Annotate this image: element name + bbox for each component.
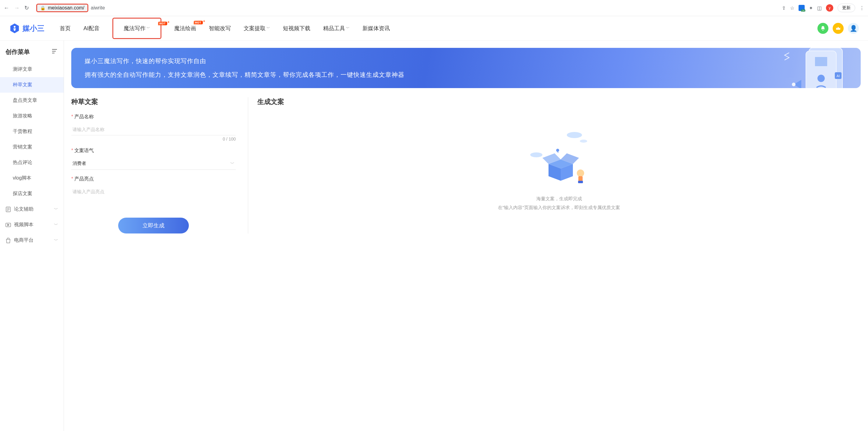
logo-text: 媒小三	[23, 24, 44, 33]
form-panel: 种草文案 *产品名称 0 / 100 *文案语气 消费者 ﹀ *产品亮点	[71, 97, 236, 233]
main-content: 媒小三魔法写作，快速的帮你实现写作自由 拥有强大的全自动写作能力，支持文章润色，…	[64, 40, 868, 431]
chevron-down-icon: ﹀	[54, 238, 58, 243]
menu-dots-icon[interactable]: ⋮	[860, 5, 864, 11]
sidebar: 创作菜单 测评文章 种草文案 盘点类文章 旅游攻略 干货教程 营销文案 热点评论…	[0, 40, 64, 431]
hot-badge: HOT	[158, 22, 167, 25]
sidebar-item-recommend[interactable]: 种草文案	[0, 77, 64, 93]
form-title: 种草文案	[71, 97, 236, 106]
product-name-label: *产品名称	[71, 114, 236, 120]
document-icon	[5, 207, 11, 212]
sidebar-group-ecommerce[interactable]: 电商平台 ﹀	[0, 233, 64, 248]
sidebar-group-thesis[interactable]: 论文辅助 ﹀	[0, 201, 64, 217]
highlight-textarea[interactable]	[71, 186, 236, 204]
svg-rect-11	[815, 57, 827, 66]
nav-magic-write[interactable]: 魔法写作﹀ HOT	[113, 18, 161, 39]
user-avatar[interactable]: 👤	[848, 23, 859, 34]
empty-text-2: 在"输入内容"页面输入你的文案诉求，即刻生成专属优质文案	[264, 205, 855, 211]
notification-button[interactable]	[817, 23, 828, 34]
sidebar-item-travel[interactable]: 旅游攻略	[0, 108, 64, 124]
sidebar-item-tutorial[interactable]: 干货教程	[0, 124, 64, 139]
hero-banner: 媒小三魔法写作，快速的帮你实现写作自由 拥有强大的全自动写作能力，支持文章润色，…	[71, 48, 861, 88]
browser-profile[interactable]: y	[826, 4, 833, 11]
highlight-label: *产品亮点	[71, 176, 236, 182]
lock-icon: 🔒	[40, 5, 45, 10]
svg-point-12	[792, 83, 796, 86]
svg-rect-9	[806, 51, 836, 88]
svg-point-10	[817, 75, 825, 82]
banner-title: 媒小三魔法写作，快速的帮你实现写作自由	[85, 57, 847, 65]
sidebar-item-marketing[interactable]: 营销文案	[0, 139, 64, 155]
browser-toolbar: ← → ↻ 🔒 meixiaosan.com/ aiwrite ⇪ ☆ ✦ ◫ …	[0, 0, 868, 16]
nav-extract[interactable]: 文案提取﹀	[244, 18, 270, 39]
browser-back[interactable]: ←	[4, 5, 9, 11]
share-icon[interactable]: ⇪	[782, 5, 786, 11]
sidebar-item-vlog[interactable]: vlog脚本	[0, 170, 64, 186]
nav-news[interactable]: 新媒体资讯	[363, 18, 390, 39]
chevron-down-icon: ﹀	[267, 26, 270, 31]
logo[interactable]: 媒小三	[9, 23, 44, 34]
extension-icon[interactable]	[799, 5, 805, 11]
sidebar-item-list[interactable]: 盘点类文章	[0, 93, 64, 108]
generate-button[interactable]: 立即生成	[118, 218, 189, 233]
chevron-down-icon: ﹀	[54, 222, 58, 228]
logo-icon	[9, 23, 20, 34]
nav-video-download[interactable]: 短视频下载	[283, 18, 310, 39]
bell-icon	[820, 26, 826, 31]
svg-point-17	[567, 132, 582, 138]
empty-state-graphic	[520, 126, 599, 187]
tone-select[interactable]: 消费者 ﹀	[71, 157, 236, 170]
sidebar-item-review[interactable]: 测评文章	[0, 62, 64, 77]
bookmark-icon[interactable]: ☆	[790, 5, 794, 11]
chevron-down-icon: ﹀	[54, 207, 58, 212]
nav-ai-voice[interactable]: AI配音	[84, 18, 100, 39]
update-button[interactable]: 更新	[838, 4, 855, 12]
tone-label: *文案语气	[71, 147, 236, 154]
nav-magic-paint[interactable]: 魔法绘画 HOT	[174, 18, 196, 39]
svg-point-18	[580, 140, 587, 143]
output-title: 生成文案	[257, 97, 861, 106]
nav-tools[interactable]: 精品工具﹀	[323, 18, 350, 39]
svg-text:AI: AI	[837, 74, 840, 78]
chevron-down-icon: ﹀	[147, 26, 150, 31]
panel-icon[interactable]: ◫	[817, 5, 822, 11]
sidebar-title: 创作菜单	[5, 48, 30, 56]
sidebar-group-video[interactable]: 视频脚本 ﹀	[0, 217, 64, 233]
url-domain[interactable]: meixiaosan.com/	[48, 5, 84, 11]
main-nav: 首页 AI配音 魔法写作﹀ HOT 魔法绘画 HOT 智能改写 文案提取﹀ 短视…	[60, 18, 817, 39]
char-counter: 0 / 100	[71, 137, 236, 141]
nav-home[interactable]: 首页	[60, 18, 71, 39]
browser-forward[interactable]: →	[14, 5, 20, 11]
url-path[interactable]: aiwrite	[91, 5, 105, 11]
svg-point-15	[530, 152, 542, 157]
hot-badge: HOT	[194, 21, 203, 24]
nav-rewrite[interactable]: 智能改写	[209, 18, 231, 39]
sidebar-item-shop-visit[interactable]: 探店文案	[0, 186, 64, 201]
browser-reload[interactable]: ↻	[24, 5, 29, 11]
product-name-input[interactable]	[71, 124, 236, 135]
sidebar-item-hot-comment[interactable]: 热点评论	[0, 155, 64, 170]
url-highlight-box: 🔒 meixiaosan.com/	[36, 4, 88, 12]
banner-graphic: AI	[775, 48, 848, 88]
chevron-down-icon: ﹀	[230, 161, 235, 166]
video-icon	[5, 222, 11, 228]
svg-rect-21	[578, 181, 583, 183]
svg-point-19	[577, 170, 584, 177]
crown-icon	[835, 26, 841, 31]
filter-icon[interactable]	[52, 49, 58, 55]
output-panel: 生成文案	[248, 97, 861, 233]
vip-button[interactable]	[833, 23, 844, 34]
empty-text-1: 海量文案，生成即完成	[264, 196, 855, 202]
chevron-down-icon: ﹀	[346, 26, 350, 31]
bag-icon	[5, 238, 11, 243]
banner-subtitle: 拥有强大的全自动写作能力，支持文章润色，文章续写，精简文章等，帮你完成各项工作，…	[85, 71, 847, 79]
puzzle-icon[interactable]: ✦	[809, 5, 813, 11]
site-header: 媒小三 首页 AI配音 魔法写作﹀ HOT 魔法绘画 HOT 智能改写 文案提取…	[0, 16, 868, 40]
